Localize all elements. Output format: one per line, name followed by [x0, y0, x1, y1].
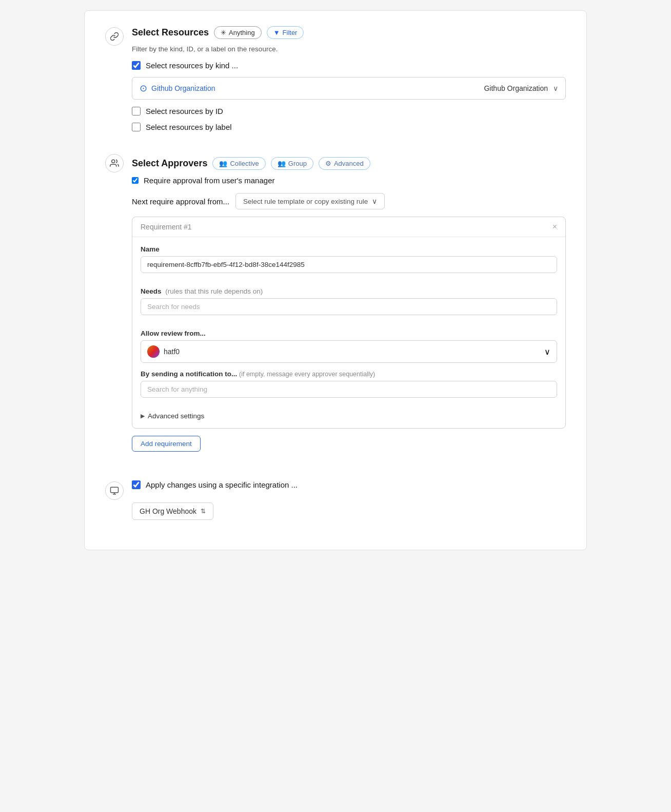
- by-label-label: Select resources by label: [146, 123, 232, 131]
- needs-field-input[interactable]: [141, 298, 557, 315]
- apply-changes-content: Apply changes using a specific integrati…: [132, 480, 566, 520]
- collective-icon: 👥: [219, 160, 227, 167]
- next-require-row: Next require approval from... Select rul…: [132, 193, 566, 209]
- requirement-box: Requirement #1 × Name Needs (rules that …: [132, 217, 566, 429]
- apply-dropdown-arrows: ⇅: [201, 508, 206, 515]
- apply-changes-icon: [105, 481, 124, 500]
- apply-dropdown-label: GH Org Webhook: [140, 507, 196, 515]
- group-button[interactable]: 👥 Group: [271, 157, 313, 170]
- group-icon: 👥: [278, 160, 286, 167]
- gear-icon: ⚙: [325, 160, 331, 167]
- select-resources-section: Select Resources ✳ Anything ▼ Filter Fil…: [105, 26, 566, 139]
- by-label-checkbox[interactable]: [132, 123, 141, 131]
- select-resources-title: Select Resources: [132, 27, 209, 38]
- apply-changes-label: Apply changes using a specific integrati…: [146, 480, 298, 489]
- select-approvers-section: Select Approvers 👥 Collective 👥 Group ⚙ …: [105, 153, 566, 466]
- by-id-label: Select resources by ID: [146, 107, 223, 115]
- requirement-title: Requirement #1: [141, 223, 192, 231]
- github-icon: ⊙: [140, 83, 147, 94]
- by-id-checkbox[interactable]: [132, 107, 141, 115]
- require-manager-label: Require approval from user's manager: [144, 176, 274, 185]
- select-resources-content: Select Resources ✳ Anything ▼ Filter Fil…: [132, 26, 566, 139]
- allow-review-chevron: ∨: [544, 347, 550, 357]
- select-approvers-icon: [105, 154, 124, 172]
- needs-field-label: Needs (rules that this rule depends on): [141, 287, 557, 295]
- advanced-settings-toggle[interactable]: ▶ Advanced settings: [141, 412, 557, 420]
- allow-review-field-group: Allow review from... hatf0 ∨: [141, 330, 557, 363]
- notification-field-group: By sending a notification to... (if empt…: [141, 370, 557, 405]
- user-avatar: [147, 345, 160, 358]
- advanced-settings-arrow: ▶: [141, 413, 145, 419]
- by-kind-label: Select resources by kind ...: [146, 61, 238, 70]
- filter-button[interactable]: ▼ Filter: [267, 26, 304, 39]
- svg-point-0: [112, 160, 115, 163]
- collective-button[interactable]: 👥 Collective: [212, 157, 265, 170]
- select-resources-icon: [105, 27, 124, 46]
- add-requirement-button[interactable]: Add requirement: [132, 436, 201, 452]
- page-container: Select Resources ✳ Anything ▼ Filter Fil…: [84, 10, 587, 550]
- advanced-button[interactable]: ⚙ Advanced: [319, 157, 370, 170]
- asterisk-icon: ✳: [221, 29, 226, 36]
- next-require-label: Next require approval from...: [132, 197, 229, 206]
- requirement-body: Name Needs (rules that this rule depends…: [132, 237, 565, 428]
- requirement-close-button[interactable]: ×: [552, 222, 557, 231]
- select-approvers-title: Select Approvers: [132, 158, 207, 169]
- allow-review-user: hatf0: [164, 347, 180, 356]
- allow-review-dropdown[interactable]: hatf0 ∨: [141, 340, 557, 363]
- needs-field-group: Needs (rules that this rule depends on): [141, 287, 557, 322]
- apply-changes-row: Apply changes using a specific integrati…: [132, 480, 566, 489]
- by-kind-row: Select resources by kind ...: [132, 61, 566, 70]
- template-dropdown[interactable]: Select rule template or copy existing ru…: [235, 193, 385, 209]
- by-id-row: Select resources by ID: [132, 107, 566, 115]
- filter-icon: ▼: [273, 29, 280, 36]
- name-field-group: Name: [141, 245, 557, 280]
- name-field-input[interactable]: [141, 256, 557, 273]
- apply-changes-dropdown[interactable]: GH Org Webhook ⇅: [132, 502, 213, 520]
- advanced-settings-label: Advanced settings: [148, 412, 204, 420]
- apply-changes-checkbox[interactable]: [132, 480, 141, 489]
- select-resources-desc: Filter by the kind, ID, or a label on th…: [132, 45, 566, 53]
- template-dropdown-chevron: ∨: [372, 197, 377, 205]
- svg-rect-1: [111, 487, 119, 493]
- requirement-header: Requirement #1 ×: [132, 217, 565, 237]
- notification-input[interactable]: [141, 381, 557, 398]
- name-field-label: Name: [141, 245, 557, 253]
- select-approvers-header: Select Approvers 👥 Collective 👥 Group ⚙ …: [132, 157, 566, 170]
- kind-dropdown[interactable]: ⊙ Github Organization Github Organizatio…: [132, 77, 566, 100]
- select-approvers-content: Select Approvers 👥 Collective 👥 Group ⚙ …: [132, 157, 566, 466]
- notification-label: By sending a notification to... (if empt…: [141, 370, 557, 378]
- require-manager-row: Require approval from user's manager: [132, 176, 566, 185]
- by-kind-checkbox[interactable]: [132, 61, 141, 70]
- kind-dropdown-chevron: ∨: [553, 84, 558, 92]
- select-resources-header: Select Resources ✳ Anything ▼ Filter: [132, 26, 566, 39]
- require-manager-checkbox[interactable]: [132, 177, 139, 184]
- allow-review-label: Allow review from...: [141, 330, 557, 337]
- by-label-row: Select resources by label: [132, 123, 566, 131]
- anything-button[interactable]: ✳ Anything: [214, 26, 262, 39]
- apply-changes-section: Apply changes using a specific integrati…: [105, 480, 566, 520]
